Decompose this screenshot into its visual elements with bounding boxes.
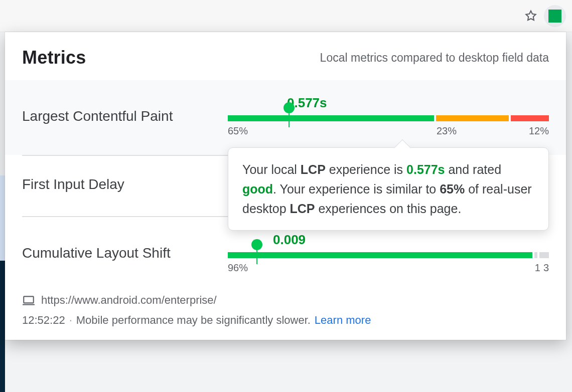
panel-footer: https://www.android.com/enterprise/ 12:5… — [5, 292, 566, 340]
field-distribution-bar — [228, 252, 549, 258]
pct-good: 65% — [228, 125, 437, 137]
pct-a: 1 — [535, 262, 540, 274]
pct-ok: 23% — [437, 125, 510, 137]
tt-value: 0.577s — [406, 162, 445, 176]
svg-rect-0 — [24, 296, 34, 303]
metric-label: First Input Delay — [22, 176, 228, 192]
local-value-marker-icon — [283, 102, 295, 113]
device-desktop-icon — [22, 294, 35, 307]
segment-unknown-a — [534, 252, 537, 258]
page-url: https://www.android.com/enterprise/ — [41, 294, 217, 307]
field-distribution-bar — [228, 115, 549, 121]
learn-more-link[interactable]: Learn more — [315, 314, 371, 327]
metric-local-value: 0.577s — [287, 95, 549, 112]
background-stripe — [0, 175, 5, 266]
tt-text: . Your experience is similar to — [273, 182, 440, 196]
panel-header: Metrics Local metrics compared to deskto… — [5, 32, 566, 80]
tt-abbr: LCP — [301, 162, 326, 176]
tt-rating: good — [242, 182, 273, 196]
pct-bad: 12% — [510, 125, 549, 137]
segment-percent-labels: 96% 1 3 — [228, 262, 549, 274]
segment-good — [228, 252, 532, 258]
footer-url-line: https://www.android.com/enterprise/ — [22, 294, 549, 307]
metric-local-value: 0.009 — [273, 232, 549, 249]
panel-title: Metrics — [22, 47, 86, 68]
metric-row-lcp[interactable]: Largest Contentful Paint 0.577s 65% 23% … — [5, 80, 566, 155]
metric-label: Cumulative Layout Shift — [22, 245, 228, 261]
tt-text: and rated — [445, 162, 502, 176]
metric-chart-lcp: 0.577s 65% 23% 12% — [228, 95, 549, 137]
footer-status-line: 12:52:22 · Mobile performance may be sig… — [22, 314, 549, 327]
browser-toolbar — [0, 0, 572, 32]
tt-text: experience is — [326, 162, 406, 176]
metric-chart-cls: 0.009 96% 1 3 — [228, 232, 549, 274]
segment-good — [228, 115, 434, 121]
extension-badge[interactable] — [544, 5, 566, 27]
metric-tooltip: Your local LCP experience is 0.577s and … — [228, 147, 549, 231]
pct-b: 3 — [543, 262, 549, 274]
tt-text: experiences on this page. — [315, 202, 462, 216]
local-value-marker-icon — [251, 239, 262, 250]
bookmark-star-icon[interactable] — [524, 9, 538, 23]
segment-poor — [511, 115, 549, 121]
segment-needs-improvement — [436, 115, 509, 121]
background-dark-band — [0, 261, 5, 392]
mobile-warning-text: Mobile performance may be significantly … — [76, 314, 311, 327]
timestamp: 12:52:22 — [22, 314, 65, 327]
segment-percent-labels: 65% 23% 12% — [228, 125, 549, 137]
tt-text: Your local — [242, 162, 301, 176]
metric-label: Largest Contentful Paint — [22, 108, 228, 124]
separator-dot: · — [69, 314, 72, 327]
panel-subtitle: Local metrics compared to desktop field … — [320, 51, 549, 65]
pct-good: 96% — [228, 262, 248, 274]
segment-unknown-b — [539, 252, 549, 258]
tt-percent: 65% — [440, 182, 465, 196]
extension-status-icon — [548, 10, 561, 23]
tt-abbr: LCP — [290, 202, 315, 216]
